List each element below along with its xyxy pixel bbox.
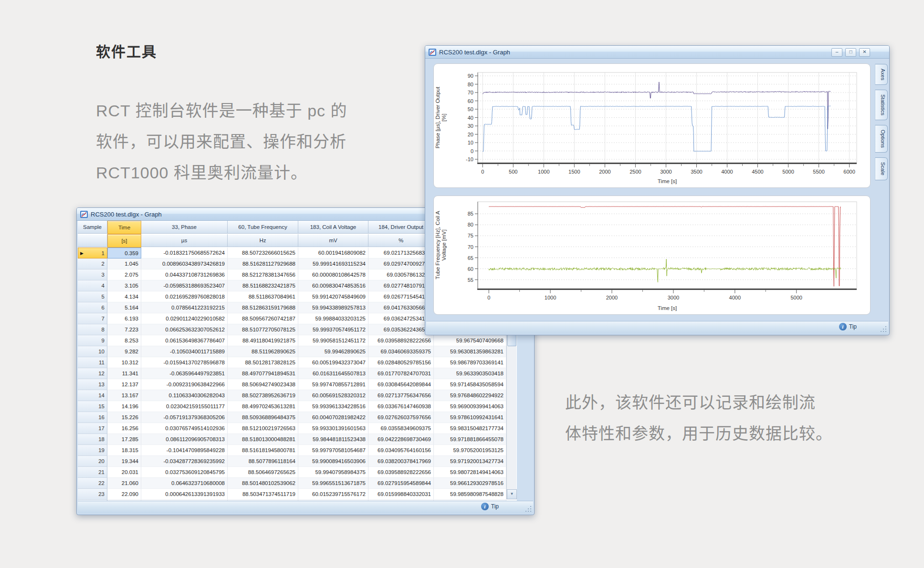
table-cell[interactable]: 69.028480529785156	[368, 357, 434, 368]
table-cell[interactable]: 17.285	[107, 434, 141, 445]
table-cell[interactable]: 88.5077896118164	[228, 456, 298, 467]
table-cell[interactable]: 60.000080108642578	[298, 269, 368, 280]
table-cell[interactable]: 59.993961334228516	[298, 401, 368, 412]
table-cell[interactable]: 69.017707824707031	[368, 368, 434, 379]
table-cell[interactable]: 59.985980987548828	[434, 489, 506, 500]
row-header-cell[interactable]: 17	[78, 423, 107, 434]
table-cell[interactable]: 88.511688232421875	[228, 280, 298, 291]
table-cell[interactable]: 0.359	[107, 248, 141, 258]
phase-driver-chart[interactable]: -100102030405060708090050010001500200025…	[434, 64, 869, 186]
table-cell[interactable]: 59.966129302978516	[434, 478, 506, 489]
table-cell[interactable]: 0.0785641223192215	[141, 302, 228, 313]
row-header-cell[interactable]: 5	[78, 291, 107, 302]
table-cell[interactable]: 16.256	[107, 423, 141, 434]
table-cell[interactable]: 69.0417633056640	[368, 302, 434, 313]
table-cell[interactable]: 0.032753609120845795	[141, 467, 228, 478]
table-cell[interactable]: 5.164	[107, 302, 141, 313]
table-cell[interactable]: 59.993301391601563	[298, 423, 368, 434]
row-header-cell[interactable]: 11	[78, 357, 107, 368]
table-cell[interactable]: 8.253	[107, 335, 141, 346]
row-header-cell[interactable]: 14	[78, 390, 107, 401]
scroll-down-icon[interactable]: ▼	[507, 489, 517, 499]
table-cell[interactable]: 59.991420745849609	[298, 291, 368, 302]
table-cell[interactable]: 69.0297470092773	[368, 258, 434, 269]
column-unit-header[interactable]: Hz	[228, 234, 298, 247]
table-cell[interactable]: 3.105	[107, 280, 141, 291]
table-cell[interactable]: 0.066253632307052612	[141, 324, 228, 335]
table-cell[interactable]: 60.015239715576172	[298, 489, 368, 500]
table-cell[interactable]: 69.0277481079101	[368, 280, 434, 291]
table-cell[interactable]: 69.030845642089844	[368, 379, 434, 390]
column-header[interactable]: 184, Driver Output	[368, 221, 434, 234]
table-cell[interactable]: 69.030578613281	[368, 269, 434, 280]
table-cell[interactable]: 0.021695289760828018	[141, 291, 228, 302]
table-cell[interactable]: 88.5118637084961	[228, 291, 298, 302]
table-cell[interactable]: 88.510772705078125	[228, 324, 298, 335]
scrollbar-thumb[interactable]	[507, 334, 516, 346]
column-unit-header[interactable]	[78, 234, 107, 247]
table-cell[interactable]: 0.086112096905708313	[141, 434, 228, 445]
row-header-cell[interactable]: 8	[78, 324, 107, 335]
table-cell[interactable]: 60.005691528320312	[298, 390, 368, 401]
table-cell[interactable]: 59.986789703369141	[434, 357, 506, 368]
table-cell[interactable]: 69.034095764160156	[368, 445, 434, 456]
row-header-cell[interactable]: 15	[78, 401, 107, 412]
table-cell[interactable]: 69.03460693359375	[368, 346, 434, 357]
table-cell[interactable]: 60.005199432373047	[298, 357, 368, 368]
table-cell[interactable]: 69.0362472534179	[368, 313, 434, 324]
table-cell[interactable]: 59.976848602294922	[434, 390, 506, 401]
column-header[interactable]: Sample	[78, 221, 107, 234]
resize-grip[interactable]	[881, 326, 886, 332]
tab-scale[interactable]: Scale	[875, 157, 888, 180]
table-cell[interactable]: 21.060	[107, 478, 141, 489]
table-cell[interactable]: 59.984481811523438	[298, 434, 368, 445]
table-cell[interactable]: 88.512100219726563	[228, 423, 298, 434]
column-unit-header[interactable]: %	[368, 234, 434, 247]
table-cell[interactable]: 59.99884033203125	[298, 313, 368, 324]
table-cell[interactable]: 69.015998840332031	[368, 489, 434, 500]
table-cell[interactable]: 11.341	[107, 368, 141, 379]
row-header-cell[interactable]: 10	[78, 346, 107, 357]
table-cell[interactable]: 60.016311645507813	[298, 368, 368, 379]
table-cell[interactable]: 69.027626037597656	[368, 412, 434, 423]
row-header-cell[interactable]: 19	[78, 445, 107, 456]
table-cell[interactable]: 12.137	[107, 379, 141, 390]
table-cell[interactable]: -0.018321750685572624	[141, 248, 228, 258]
table-cell[interactable]: 69.0267715454101	[368, 291, 434, 302]
graph-window-titlebar[interactable]: RCS200 test.dlgx - Graph – □ ✕	[425, 46, 889, 59]
column-unit-header[interactable]: mV	[298, 234, 368, 247]
row-header-cell[interactable]: 18	[78, 434, 107, 445]
table-cell[interactable]: 59.990089416503906	[298, 456, 368, 467]
table-cell[interactable]: 88.497077941894531	[228, 368, 298, 379]
table-cell[interactable]: -0.059853188693523407	[141, 280, 228, 291]
table-cell[interactable]: 88.506942749023438	[228, 379, 298, 390]
table-cell[interactable]: 19.344	[107, 456, 141, 467]
row-header-cell[interactable]: 12	[78, 368, 107, 379]
table-cell[interactable]: 0.061536498367786407	[141, 335, 228, 346]
table-cell[interactable]: 88.509368896484375	[228, 412, 298, 423]
tab-axes[interactable]: Axes	[875, 64, 888, 85]
table-cell[interactable]: 69.027915954589844	[368, 478, 434, 489]
close-button[interactable]: ✕	[859, 48, 870, 57]
table-cell[interactable]: 59.996551513671875	[298, 478, 368, 489]
table-cell[interactable]: 7.223	[107, 324, 141, 335]
table-cell[interactable]: 0.029011240229010582	[141, 313, 228, 324]
row-header-cell[interactable]: ▶1	[78, 248, 107, 258]
row-header-cell[interactable]: 2	[78, 258, 107, 269]
table-cell[interactable]: 88.507232666015625	[228, 248, 298, 258]
table-cell[interactable]: 2.075	[107, 269, 141, 280]
column-header[interactable]: 60, Tube Frequency	[228, 221, 298, 234]
table-cell[interactable]: 88.516181945800781	[228, 445, 298, 456]
table-cell[interactable]: 15.226	[107, 412, 141, 423]
maximize-button[interactable]: □	[845, 48, 856, 57]
table-cell[interactable]: -0.034287728369235992	[141, 456, 228, 467]
table-cell[interactable]: 88.5064697265625	[228, 467, 298, 478]
table-cell[interactable]: -0.10414709895849228	[141, 445, 228, 456]
minimize-button[interactable]: –	[831, 48, 842, 57]
table-cell[interactable]: 0.044337108731269836	[141, 269, 228, 280]
table-cell[interactable]: 69.038200378417969	[368, 456, 434, 467]
table-cell[interactable]: 20.031	[107, 467, 141, 478]
frequency-coil-chart[interactable]: 55606570758085010002000300040005000Time …	[434, 196, 869, 313]
resize-grip[interactable]	[525, 506, 531, 512]
table-cell[interactable]: -0.1050340011715889	[141, 346, 228, 357]
